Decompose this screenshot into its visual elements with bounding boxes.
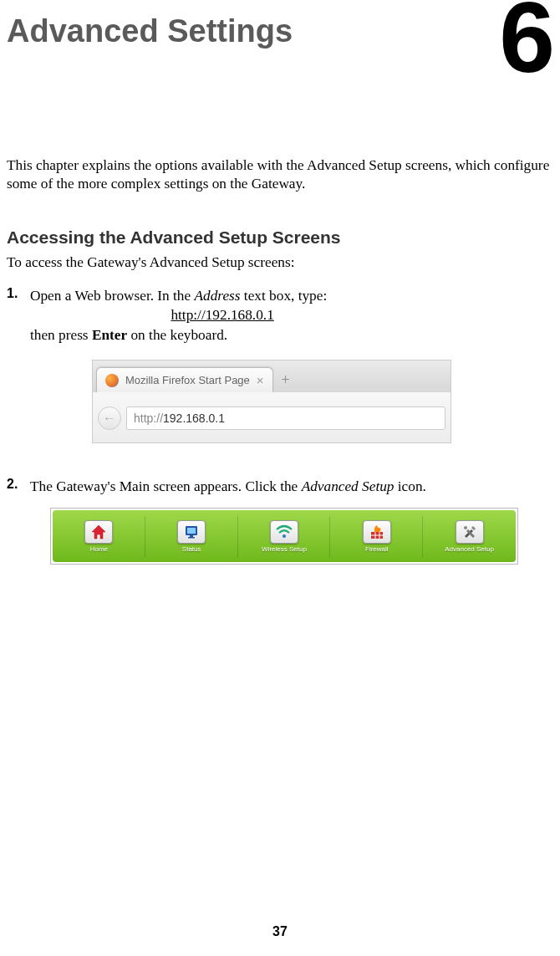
wifi-icon bbox=[270, 520, 298, 544]
step-number: 1. bbox=[7, 286, 30, 345]
address-word: Address bbox=[195, 288, 241, 304]
back-button[interactable]: ← bbox=[98, 406, 121, 430]
text: on the keyboard. bbox=[127, 327, 227, 343]
page-number: 37 bbox=[0, 924, 560, 939]
text: icon. bbox=[394, 478, 425, 494]
firewall-icon bbox=[363, 520, 391, 544]
tab-title: Mozilla Firefox Start Page bbox=[125, 374, 250, 386]
step-body: The Gateway's Main screen appears. Click… bbox=[30, 477, 426, 496]
step-1: 1. Open a Web browser. In the Address te… bbox=[7, 286, 553, 345]
section-heading: Accessing the Advanced Setup Screens bbox=[7, 227, 560, 248]
gateway-navbar-screenshot: Home Status Wireless Setup Firewall Adva… bbox=[50, 508, 518, 565]
svg-rect-2 bbox=[190, 535, 193, 537]
chapter-number: 6 bbox=[499, 0, 555, 87]
nav-label: Firewall bbox=[365, 545, 389, 553]
browser-tab-bar: Mozilla Firefox Start Page × + bbox=[93, 360, 451, 392]
url-host: 192.168.0.1 bbox=[163, 412, 225, 425]
url-scheme: http:// bbox=[134, 412, 163, 425]
new-tab-button[interactable]: + bbox=[273, 367, 298, 392]
nav-status[interactable]: Status bbox=[145, 510, 238, 562]
url-link: http://192.168.0.1 bbox=[171, 307, 273, 323]
svg-point-4 bbox=[283, 534, 286, 538]
advanced-setup-word: Advanced Setup bbox=[302, 478, 395, 494]
svg-point-9 bbox=[464, 526, 467, 529]
nav-label: Advanced Setup bbox=[445, 545, 494, 553]
svg-rect-3 bbox=[188, 537, 195, 539]
nav-label: Home bbox=[90, 545, 108, 553]
step-number: 2. bbox=[7, 477, 30, 496]
nav-wireless-setup[interactable]: Wireless Setup bbox=[238, 510, 331, 562]
chapter-title: Advanced Settings bbox=[7, 13, 560, 49]
gateway-navbar: Home Status Wireless Setup Firewall Adva… bbox=[53, 510, 516, 562]
browser-toolbar: ← http://192.168.0.1 bbox=[93, 392, 451, 443]
nav-firewall[interactable]: Firewall bbox=[330, 510, 423, 562]
browser-tab[interactable]: Mozilla Firefox Start Page × bbox=[96, 367, 273, 392]
nav-label: Status bbox=[182, 545, 201, 553]
address-bar[interactable]: http://192.168.0.1 bbox=[126, 406, 445, 430]
browser-screenshot: Mozilla Firefox Start Page × + ← http://… bbox=[92, 360, 451, 443]
nav-label: Wireless Setup bbox=[262, 545, 307, 553]
step-body: Open a Web browser. In the Address text … bbox=[30, 286, 327, 345]
tools-icon bbox=[456, 520, 484, 544]
arrow-left-icon: ← bbox=[103, 411, 116, 426]
text: The Gateway's Main screen appears. Click… bbox=[30, 478, 302, 494]
enter-word: Enter bbox=[92, 327, 127, 343]
text: Open a Web browser. In the bbox=[30, 288, 195, 304]
firefox-icon bbox=[105, 374, 119, 387]
nav-advanced-setup[interactable]: Advanced Setup bbox=[423, 510, 516, 562]
step-2: 2. The Gateway's Main screen appears. Cl… bbox=[7, 477, 553, 496]
text: text box, type: bbox=[241, 288, 328, 304]
intro-paragraph: This chapter explains the options availa… bbox=[7, 156, 553, 194]
nav-home[interactable]: Home bbox=[53, 510, 145, 562]
svg-rect-1 bbox=[187, 528, 196, 534]
home-icon bbox=[84, 520, 113, 544]
section-subtext: To access the Gateway's Advanced Setup s… bbox=[7, 254, 560, 271]
text: then press bbox=[30, 327, 92, 343]
status-icon bbox=[177, 520, 206, 544]
tab-close-icon[interactable]: × bbox=[257, 374, 264, 386]
